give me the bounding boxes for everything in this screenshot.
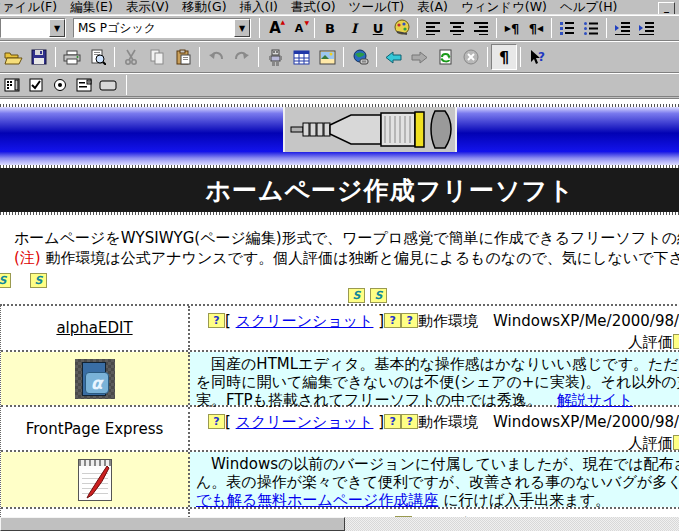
minimize-button[interactable]: _ [658,2,675,15]
bullet-list-button[interactable] [579,17,603,39]
align-right-button[interactable] [469,17,493,39]
software-info-cell: ?[ スクリーンショット ]??動作環境 WindowsXP/Me/2000/9… [190,306,679,350]
insert-image-button[interactable] [314,44,340,70]
separator [376,47,377,67]
document-editing-area[interactable]: ホームページ作成フリーソフト ホームページをWYSIWYG(ページ編集)形式で、… [0,98,679,517]
italic-icon: I [351,21,357,36]
italic-button[interactable]: I [342,17,366,39]
text-color-button[interactable] [390,17,414,39]
align-center-button[interactable] [445,17,469,39]
help-pointer-icon: ? [528,49,546,66]
dropdown-menu-button[interactable] [72,74,96,96]
bold-button[interactable]: B [318,17,342,39]
separator [606,18,607,38]
menu-table[interactable]: 表(A) [417,0,448,14]
numbered-list-button[interactable] [555,17,579,39]
cut-button[interactable] [118,44,144,70]
copy-icon [150,49,165,65]
table-row: FrontPage Express ?[ スクリーンショット ]??動作環境 W… [1,407,679,452]
insert-webbot-button[interactable] [262,44,288,70]
software-name-cell: FrontPage Express [1,407,190,450]
broken-image-icon: ? [401,414,418,429]
open-button[interactable] [0,44,26,70]
menu-file[interactable]: ファイル(F) [0,0,57,14]
increase-font-icon: A [269,19,281,37]
show-formatting-button[interactable]: ¶ [491,44,517,70]
env-label: 動作環境 [418,312,478,330]
scrolling-textbox-button[interactable] [0,74,24,96]
align-center-icon [449,21,465,35]
increase-font-size-button[interactable]: A ▲ [263,17,287,39]
hyperlink-button[interactable] [347,44,373,70]
forward-arrow-icon [411,51,428,64]
increase-indent-button[interactable] [634,17,658,39]
separator [259,18,260,38]
paste-button[interactable] [170,44,196,70]
menu-go[interactable]: 移動(G) [182,0,226,14]
separator [114,47,115,67]
scrolling-textbox-icon [4,78,20,92]
alphaedit-link[interactable]: alphaEDIT [56,319,132,337]
chevron-down-icon[interactable]: ▼ [234,19,250,37]
menu-window[interactable]: ウィンドウ(W) [461,0,547,14]
table-icon [293,50,310,65]
screenshot-link[interactable]: スクリーンショット [236,312,374,330]
software-name-cell: alphaEDIT [1,306,190,350]
style-combobox[interactable]: ▼ [0,18,66,38]
bracket: [ [225,312,231,330]
separator [126,75,127,95]
broken-image-icon: ? [208,313,225,328]
scrollbar-thumb[interactable] [0,517,345,531]
decrease-font-size-button[interactable]: A ▼ [287,17,311,39]
align-right-icon [473,21,489,35]
menu-format[interactable]: 書式(O) [291,0,336,14]
stop-button[interactable] [458,44,484,70]
help-button[interactable]: ? [524,44,550,70]
underline-button[interactable]: U [366,17,390,39]
refresh-button[interactable] [432,44,458,70]
desc-line: ん。表の操作が楽々できて便利ですが、改善される事のないバグが多くて [190,473,679,491]
save-button[interactable] [26,44,52,70]
broken-image-icon: ? [384,313,401,328]
paragraph-rtl-button[interactable]: ¶ ◀ [524,17,548,39]
menu-edit[interactable]: 編集(E) [70,0,113,14]
back-button[interactable] [380,44,406,70]
menu-help[interactable]: ヘルプ(H) [560,0,618,14]
cable-plug-image[interactable] [283,107,457,152]
copy-button[interactable] [144,44,170,70]
menu-tools[interactable]: ツール(T) [349,0,404,14]
screenshot-link[interactable]: スクリーンショット [236,413,374,431]
undo-button[interactable] [203,44,229,70]
insert-table-button[interactable] [288,44,314,70]
software-desc-cell: Windowsの以前のバージョンに付属していましたが、現在では配布されて ん。表… [190,452,679,507]
software-desc-cell: 国産のHTMLエディタ。基本的な操作感はかなりいい感じです。ただ複数 を同時に開… [190,352,679,405]
print-preview-button[interactable] [85,44,111,70]
font-combobox[interactable]: MS Pゴシック ▼ [73,18,251,38]
redo-button[interactable] [229,44,255,70]
forward-button[interactable] [406,44,432,70]
pilcrow-icon: ¶ [529,21,537,36]
radio-icon [53,78,67,92]
push-button-button[interactable] [96,74,120,96]
printer-icon [63,50,81,65]
free-homepage-course-link[interactable]: でも解る無料ホームページ作成講座 [196,491,438,509]
menu-view[interactable]: 表示(V) [126,0,169,14]
broken-image-icon: ? [384,414,401,429]
stop-icon [463,49,479,65]
radio-button-button[interactable] [48,74,72,96]
menu-insert[interactable]: 挿入(I) [240,0,278,14]
align-left-button[interactable] [421,17,445,39]
print-button[interactable] [59,44,85,70]
magnifier-page-icon [90,49,106,65]
image-icon [319,50,336,65]
chevron-down-icon[interactable]: ▼ [49,19,65,37]
font-combobox-value: MS Pゴシック [74,20,234,37]
separator [343,47,344,67]
decrease-indent-button[interactable] [610,17,634,39]
paragraph-ltr-button[interactable]: ▶ ¶ [500,17,524,39]
gradient-strip [0,152,679,165]
menu-bar: ファイル(F) 編集(E) 表示(V) 移動(G) 挿入(I) 書式(O) ツー… [0,0,679,15]
checkbox-button[interactable] [24,74,48,96]
software-name-cell: Netscape Composer [1,509,190,517]
horizontal-scrollbar[interactable] [0,517,679,531]
